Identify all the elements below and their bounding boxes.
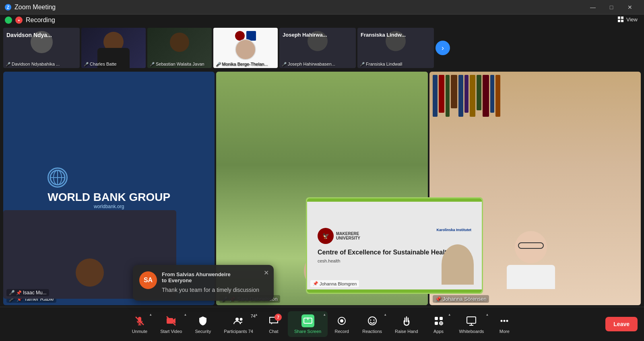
share-screen-label: Share Screen [294,329,321,334]
recording-dot: ● [15,17,23,24]
window-controls: — □ ✕ [584,0,639,14]
reactions-button[interactable]: ▲ Reactions [356,311,388,337]
bookshelf [429,72,641,120]
apps-button[interactable]: ▲ Apps [425,311,453,337]
whiteboards-button[interactable]: ▲ Whiteboards [453,311,491,337]
app-title: Zoom Meeting [14,4,56,11]
shield-icon [196,314,209,327]
thumb-joseph-label: 🎤 Joseph Hahirwabasen... [282,62,335,66]
thumbnail-strip: 🎤 Davidson Ndyabahika ... Davidson Ndya.… [0,26,644,70]
unmute-label: Unmute [132,329,148,334]
unmute-caret: ▲ [149,313,152,316]
mute-icon-fransiska: 🎤 [360,62,365,66]
makerere-text: MAKEREREUNIVERSITY [336,231,360,240]
spotlight-johanna-blomgren[interactable]: 🦅 MAKEREREUNIVERSITY Karolinska Institut… [306,197,483,294]
grid-icon [617,16,624,23]
thumb-fransiska[interactable]: Fransiska Lindw... 🎤 Fransiska Lindwall [357,28,434,68]
raise-hand-button[interactable]: Raise Hand [388,311,424,337]
toolbar: ▲ Unmute ▲ Start Video Security [0,307,644,341]
chat-from: From Salvias Ahurwendeireto Everyone [162,271,267,283]
svg-point-34 [501,320,503,322]
thumb-fransiska-label: 🎤 Fransiska Lindwall [360,62,402,66]
close-button[interactable]: ✕ [621,0,639,14]
svg-rect-26 [440,317,443,320]
apps-label: Apps [433,329,444,334]
thumb-sebastian-label: 🎤 Sebastian Walaita Javan [150,62,204,66]
thumb-davidson-label: 🎤 Davidson Ndyabahika ... [6,62,60,66]
mic-icon [133,314,146,327]
chat-avatar: SA [139,271,157,289]
mute-icon-sebastian: 🎤 [150,62,155,66]
view-label: View [626,17,638,23]
next-thumbnail-button[interactable]: › [436,41,450,55]
thumb-joseph-title: Joseph Hahirwa... [283,32,327,38]
svg-point-15 [235,318,239,321]
svg-point-23 [370,320,371,321]
recording-bar: ● Recording View [0,14,644,26]
chat-label: Chat [269,329,278,334]
spotlight-footer-bar [307,289,482,293]
thumb-sebastian[interactable]: 🎤 Sebastian Walaita Javan [147,28,212,68]
karolinska-logo: Karolinska Institutet [436,228,471,244]
pin-icon-isaac: 📌 [16,290,22,296]
reactions-icon [366,314,379,327]
mute-icon-isaac: 🎤 [9,290,15,296]
chat-badge: 7 [275,314,282,321]
zoom-icon: Z [5,4,11,10]
chat-button[interactable]: 7 Chat [260,311,288,337]
thumb-monika[interactable]: 🎤 Monika Berge-Thelan... [213,28,278,68]
blomgren-label: 📌 Johanna Blomgren [310,280,359,287]
thumb-fransiska-title: Fransiska Lindw... [361,32,406,38]
globe-icon [47,167,68,188]
isaac-person [76,258,104,287]
view-button[interactable]: View [617,16,638,23]
more-icon [498,314,511,327]
chat-content: SA From Salvias Ahurwendeireto Everyone … [139,271,267,294]
spotlight-content: 🦅 MAKEREREUNIVERSITY Karolinska Institut… [307,198,482,293]
thumb-joseph[interactable]: Joseph Hahirwa... 🎤 Joseph Hahirwabasen.… [279,28,356,68]
svg-rect-13 [167,318,173,324]
spotlight-header-bar [307,198,482,202]
svg-point-21 [340,319,343,322]
video-caret: ▲ [184,313,187,316]
svg-point-24 [373,320,374,321]
pin-icon-blomgren: 📌 [313,281,318,286]
unmute-button[interactable]: ▲ Unmute [126,311,154,337]
wb-title: WORLD BANK GROUP [47,191,170,204]
whiteboards-label: Whiteboards [459,329,484,334]
record-button[interactable]: Record [328,311,356,337]
minimize-button[interactable]: — [584,0,602,14]
chat-close-button[interactable]: ✕ [264,269,269,277]
apps-caret: ▲ [448,313,451,316]
record-label: Record [334,329,349,334]
chat-popup: ✕ SA From Salvias Ahurwendeireto Everyon… [133,265,274,301]
participants-count: 74 [251,314,256,318]
svg-text:Z: Z [7,5,9,10]
mute-icon-charles: 🎤 [84,62,89,66]
worldbank-logo: WORLD BANK GROUP worldbank.org [47,167,170,209]
start-video-button[interactable]: ▲ Start Video [154,311,188,337]
maximize-button[interactable]: □ [602,0,621,14]
share-screen-button[interactable]: ▲ Share Screen [288,311,328,337]
security-button[interactable]: Security [188,311,217,337]
participants-button[interactable]: ▲ 74 Participants 74 [217,311,260,337]
start-video-label: Start Video [160,329,182,334]
participants-icon [232,314,245,327]
thumb-charles-label: 🎤 Charles Batte [84,62,117,66]
svg-rect-2 [618,17,620,19]
svg-rect-31 [467,317,476,323]
more-button[interactable]: More [490,311,518,337]
chevron-right-icon: › [442,44,444,52]
leave-button[interactable]: Leave [605,317,638,331]
raise-hand-icon [400,314,413,327]
thumb-charles[interactable]: 🎤 Charles Batte [81,28,146,68]
reactions-caret: ▲ [384,313,387,316]
participants-label: Participants 74 [224,329,253,334]
share-screen-icon [301,314,314,327]
thumb-davidson[interactable]: 🎤 Davidson Ndyabahika ... Davidson Ndya.… [3,28,80,68]
chat-text: From Salvias Ahurwendeireto Everyone Tha… [162,271,267,294]
thumb-davidson-title: Davidson Ndya... [6,32,52,39]
svg-point-35 [504,320,506,322]
record-icon [335,314,348,327]
karolinska-text: Karolinska Institutet [436,228,471,232]
